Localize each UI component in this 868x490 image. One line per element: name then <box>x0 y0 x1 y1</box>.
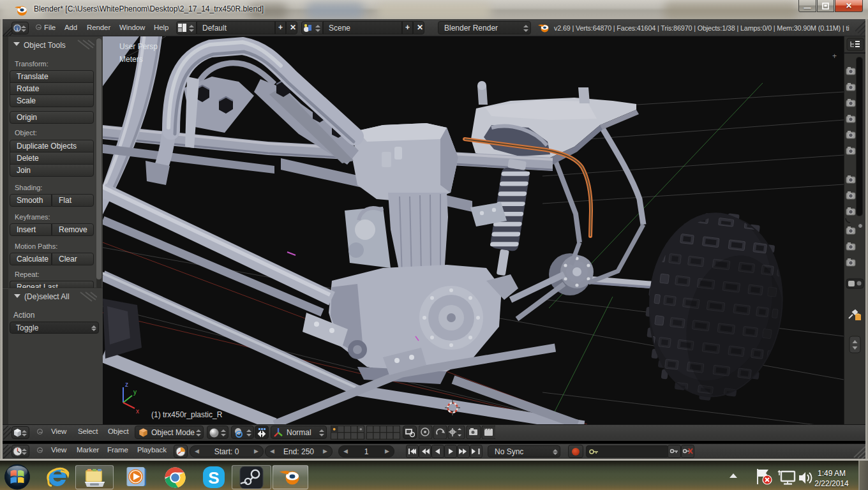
svg-text:Meters: Meters <box>119 55 143 64</box>
svg-text:S: S <box>208 468 219 487</box>
svg-text:User Persp: User Persp <box>119 42 158 51</box>
svg-text:z: z <box>125 381 128 388</box>
svg-text:+: + <box>832 52 837 61</box>
svg-text:(1) trx450r_plastic_R: (1) trx450r_plastic_R <box>151 410 223 419</box>
svg-text:x: x <box>136 408 139 415</box>
svg-text:y: y <box>133 389 137 396</box>
